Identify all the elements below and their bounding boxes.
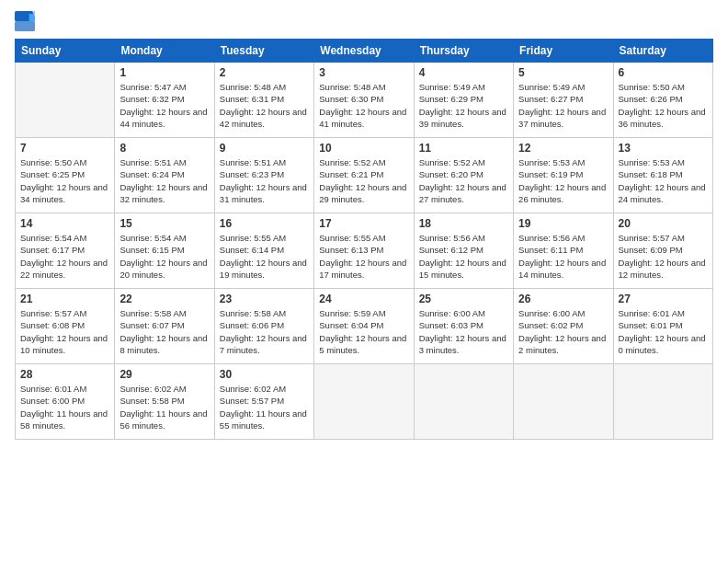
- day-cell: 30 Sunrise: 6:02 AMSunset: 5:57 PMDaylig…: [214, 364, 313, 440]
- week-row-3: 14 Sunrise: 5:54 AMSunset: 6:17 PMDaylig…: [16, 213, 713, 289]
- logo: [15, 11, 39, 31]
- day-info: Sunrise: 5:53 AMSunset: 6:18 PMDaylight:…: [619, 156, 708, 205]
- calendar-page: SundayMondayTuesdayWednesdayThursdayFrid…: [0, 0, 728, 563]
- day-cell: 10 Sunrise: 5:52 AMSunset: 6:21 PMDaylig…: [314, 138, 414, 213]
- day-cell: 9 Sunrise: 5:51 AMSunset: 6:23 PMDayligh…: [214, 138, 313, 213]
- header-row: SundayMondayTuesdayWednesdayThursdayFrid…: [16, 40, 713, 63]
- day-cell: 1 Sunrise: 5:47 AMSunset: 6:32 PMDayligh…: [115, 63, 214, 138]
- day-info: Sunrise: 5:51 AMSunset: 6:23 PMDaylight:…: [220, 156, 309, 205]
- day-number: 28: [20, 368, 109, 381]
- day-info: Sunrise: 5:47 AMSunset: 6:32 PMDaylight:…: [119, 81, 209, 130]
- day-cell: 3 Sunrise: 5:48 AMSunset: 6:30 PMDayligh…: [314, 63, 414, 138]
- day-number: 4: [419, 66, 508, 79]
- col-header-tuesday: Tuesday: [214, 40, 313, 63]
- day-cell: 29 Sunrise: 6:02 AMSunset: 5:58 PMDaylig…: [115, 364, 214, 440]
- day-info: Sunrise: 5:48 AMSunset: 6:31 PMDaylight:…: [220, 81, 309, 130]
- day-info: Sunrise: 6:01 AMSunset: 6:00 PMDaylight:…: [20, 383, 109, 431]
- day-info: Sunrise: 5:48 AMSunset: 6:30 PMDaylight:…: [319, 81, 408, 130]
- day-info: Sunrise: 5:57 AMSunset: 6:09 PMDaylight:…: [619, 232, 708, 281]
- col-header-friday: Friday: [514, 40, 613, 63]
- day-info: Sunrise: 5:51 AMSunset: 6:24 PMDaylight:…: [119, 156, 209, 205]
- day-number: 12: [518, 142, 608, 155]
- week-row-1: 1 Sunrise: 5:47 AMSunset: 6:32 PMDayligh…: [16, 63, 713, 138]
- day-cell: 16 Sunrise: 5:55 AMSunset: 6:14 PMDaylig…: [214, 213, 313, 289]
- col-header-monday: Monday: [115, 40, 214, 63]
- day-number: 25: [419, 293, 508, 305]
- day-cell: 14 Sunrise: 5:54 AMSunset: 6:17 PMDaylig…: [16, 213, 115, 289]
- day-cell: 11 Sunrise: 5:52 AMSunset: 6:20 PMDaylig…: [414, 138, 513, 213]
- day-number: 22: [119, 293, 209, 305]
- day-cell: 27 Sunrise: 6:01 AMSunset: 6:01 PMDaylig…: [613, 289, 712, 364]
- day-info: Sunrise: 5:59 AMSunset: 6:04 PMDaylight:…: [319, 307, 408, 356]
- logo-icon: [15, 11, 35, 31]
- day-number: 19: [518, 217, 608, 230]
- day-number: 26: [518, 293, 608, 305]
- day-info: Sunrise: 5:50 AMSunset: 6:26 PMDaylight:…: [619, 81, 708, 130]
- day-number: 1: [119, 66, 209, 79]
- col-header-saturday: Saturday: [613, 40, 712, 63]
- day-cell: 22 Sunrise: 5:58 AMSunset: 6:07 PMDaylig…: [115, 289, 214, 364]
- col-header-wednesday: Wednesday: [314, 40, 414, 63]
- day-info: Sunrise: 5:49 AMSunset: 6:27 PMDaylight:…: [518, 81, 608, 130]
- day-number: 20: [619, 217, 708, 230]
- day-number: 10: [319, 142, 408, 155]
- day-info: Sunrise: 5:52 AMSunset: 6:20 PMDaylight:…: [419, 156, 508, 205]
- header: [15, 11, 713, 31]
- day-number: 15: [119, 217, 209, 230]
- svg-rect-1: [15, 21, 35, 31]
- day-cell: 12 Sunrise: 5:53 AMSunset: 6:19 PMDaylig…: [514, 138, 613, 213]
- day-cell: 23 Sunrise: 5:58 AMSunset: 6:06 PMDaylig…: [214, 289, 313, 364]
- day-cell: 24 Sunrise: 5:59 AMSunset: 6:04 PMDaylig…: [314, 289, 414, 364]
- day-info: Sunrise: 5:54 AMSunset: 6:15 PMDaylight:…: [119, 232, 209, 281]
- day-info: Sunrise: 5:50 AMSunset: 6:25 PMDaylight:…: [20, 156, 109, 205]
- day-cell: 5 Sunrise: 5:49 AMSunset: 6:27 PMDayligh…: [514, 63, 613, 138]
- day-number: 29: [119, 368, 209, 381]
- day-info: Sunrise: 6:00 AMSunset: 6:02 PMDaylight:…: [518, 307, 608, 356]
- day-cell: [613, 364, 712, 440]
- day-number: 17: [319, 217, 408, 230]
- day-cell: 6 Sunrise: 5:50 AMSunset: 6:26 PMDayligh…: [613, 63, 712, 138]
- day-number: 13: [619, 142, 708, 155]
- day-number: 14: [20, 217, 109, 230]
- day-cell: [16, 63, 115, 138]
- day-number: 5: [518, 66, 608, 79]
- col-header-thursday: Thursday: [414, 40, 513, 63]
- day-info: Sunrise: 6:01 AMSunset: 6:01 PMDaylight:…: [619, 307, 708, 356]
- day-cell: 26 Sunrise: 6:00 AMSunset: 6:02 PMDaylig…: [514, 289, 613, 364]
- day-cell: 8 Sunrise: 5:51 AMSunset: 6:24 PMDayligh…: [115, 138, 214, 213]
- day-cell: [314, 364, 414, 440]
- week-row-4: 21 Sunrise: 5:57 AMSunset: 6:08 PMDaylig…: [16, 289, 713, 364]
- day-info: Sunrise: 5:57 AMSunset: 6:08 PMDaylight:…: [20, 307, 109, 356]
- day-info: Sunrise: 6:02 AMSunset: 5:57 PMDaylight:…: [220, 383, 309, 431]
- day-info: Sunrise: 5:55 AMSunset: 6:14 PMDaylight:…: [220, 232, 309, 281]
- day-cell: 4 Sunrise: 5:49 AMSunset: 6:29 PMDayligh…: [414, 63, 513, 138]
- day-number: 27: [619, 293, 708, 305]
- day-info: Sunrise: 5:54 AMSunset: 6:17 PMDaylight:…: [20, 232, 109, 281]
- day-number: 9: [220, 142, 309, 155]
- day-number: 11: [419, 142, 508, 155]
- day-cell: [414, 364, 513, 440]
- day-number: 16: [220, 217, 309, 230]
- day-cell: 20 Sunrise: 5:57 AMSunset: 6:09 PMDaylig…: [613, 213, 712, 289]
- day-info: Sunrise: 5:53 AMSunset: 6:19 PMDaylight:…: [518, 156, 608, 205]
- day-cell: 28 Sunrise: 6:01 AMSunset: 6:00 PMDaylig…: [16, 364, 115, 440]
- day-number: 6: [619, 66, 708, 79]
- day-number: 2: [220, 66, 309, 79]
- day-cell: 18 Sunrise: 5:56 AMSunset: 6:12 PMDaylig…: [414, 213, 513, 289]
- week-row-5: 28 Sunrise: 6:01 AMSunset: 6:00 PMDaylig…: [16, 364, 713, 440]
- day-number: 8: [119, 142, 209, 155]
- day-number: 3: [319, 66, 408, 79]
- day-info: Sunrise: 5:56 AMSunset: 6:11 PMDaylight:…: [518, 232, 608, 281]
- day-number: 30: [220, 368, 309, 381]
- day-info: Sunrise: 5:49 AMSunset: 6:29 PMDaylight:…: [419, 81, 508, 130]
- week-row-2: 7 Sunrise: 5:50 AMSunset: 6:25 PMDayligh…: [16, 138, 713, 213]
- day-number: 23: [220, 293, 309, 305]
- day-number: 18: [419, 217, 508, 230]
- calendar-table: SundayMondayTuesdayWednesdayThursdayFrid…: [15, 39, 713, 440]
- day-cell: 7 Sunrise: 5:50 AMSunset: 6:25 PMDayligh…: [16, 138, 115, 213]
- day-info: Sunrise: 6:00 AMSunset: 6:03 PMDaylight:…: [419, 307, 508, 356]
- day-cell: 2 Sunrise: 5:48 AMSunset: 6:31 PMDayligh…: [214, 63, 313, 138]
- col-header-sunday: Sunday: [16, 40, 115, 63]
- day-cell: 19 Sunrise: 5:56 AMSunset: 6:11 PMDaylig…: [514, 213, 613, 289]
- day-cell: 17 Sunrise: 5:55 AMSunset: 6:13 PMDaylig…: [314, 213, 414, 289]
